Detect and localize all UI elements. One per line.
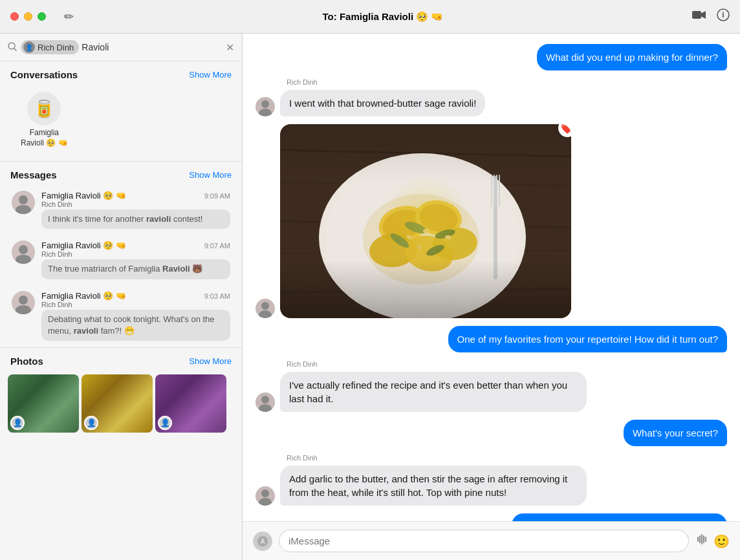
info-button[interactable]: i (717, 8, 730, 25)
photos-title: Photos (10, 356, 43, 367)
svg-point-33 (401, 232, 457, 276)
photo-thumb-2[interactable]: 👤 (82, 374, 153, 433)
message-from-1: Rich Dinh (41, 200, 230, 208)
svg-rect-59 (701, 534, 702, 544)
compose-button[interactable]: ✏ (64, 10, 74, 24)
bubble-group-5: Rich Dinh I've actually refined the reci… (280, 360, 587, 412)
message-row-2: Rich Dinh I went with that browned-butte… (256, 78, 727, 116)
photo-image-3: 👤 (155, 374, 226, 433)
photo-thumb-3[interactable]: 👤 (155, 374, 226, 433)
message-row-3: ❤️ (256, 124, 727, 318)
message-row-1: What did you end up making for dinner? (256, 44, 727, 70)
svg-rect-60 (703, 535, 704, 543)
message-result-2[interactable]: Famiglia Ravioli 🥺 🤜 9:07 AM Rich Dinh T… (4, 235, 238, 284)
photos-section-header: Photos Show More (0, 348, 242, 371)
svg-rect-45 (491, 175, 492, 207)
svg-point-18 (261, 302, 269, 310)
svg-point-15 (261, 100, 269, 108)
maximize-button[interactable] (38, 12, 46, 21)
message-from-2: Rich Dinh (41, 250, 230, 258)
bubble-group-1: What did you end up making for dinner? (537, 44, 727, 70)
message-time-1: 9:09 AM (204, 192, 230, 200)
bubble-group-6: What's your secret? (624, 420, 727, 446)
svg-point-30 (413, 197, 464, 239)
photo-image-2: 👤 (82, 374, 153, 433)
svg-rect-58 (699, 535, 701, 543)
message-preview-1: I think it's time for another ravioli co… (41, 210, 230, 229)
message-row-7: Rich Dinh Add garlic to the butter, and … (256, 454, 727, 506)
svg-point-37 (389, 231, 411, 250)
svg-point-36 (434, 228, 456, 241)
svg-rect-0 (692, 11, 701, 19)
message-content-3: Famiglia Ravioli 🥺 🤜 9:03 AM Rich Dinh D… (41, 291, 230, 341)
app-store-button[interactable]: A (253, 532, 272, 551)
svg-point-34 (430, 224, 479, 263)
search-query: Ravioli (82, 42, 226, 52)
svg-rect-44 (494, 176, 497, 279)
photo-image-1: 👤 (8, 374, 79, 433)
svg-point-27 (325, 158, 519, 316)
svg-line-22 (280, 182, 571, 186)
message-content-1: Famiglia Ravioli 🥺 🤜 9:09 AM Rich Dinh I… (41, 191, 230, 229)
search-tag-name: Rich Dinh (38, 43, 74, 52)
conversations-show-more-button[interactable]: Show More (189, 70, 232, 80)
svg-rect-47 (496, 175, 497, 207)
message-result-1[interactable]: Famiglia Ravioli 🥺 🤜 9:09 AM Rich Dinh I… (4, 186, 238, 234)
message-row-8: Incredible. I have to try making this fo… (256, 513, 727, 521)
svg-point-26 (319, 153, 526, 318)
photo-thumb-1[interactable]: 👤 (8, 374, 79, 433)
search-clear-button[interactable]: ✕ (226, 41, 234, 54)
messages-list: What did you end up making for dinner? R… (243, 34, 740, 521)
svg-text:A: A (261, 538, 265, 545)
bubble-group-4: One of my favorites from your repertoire… (448, 326, 728, 352)
messages-show-more-button[interactable]: Show More (189, 170, 232, 180)
message-row-6: What's your secret? (256, 420, 727, 446)
bubble-8: Incredible. I have to try making this fo… (512, 513, 727, 521)
svg-line-4 (14, 48, 16, 50)
ravioli-image-bubble[interactable]: ❤️ (280, 124, 571, 318)
message-header-1: Famiglia Ravioli 🥺 🤜 9:09 AM (41, 191, 230, 200)
bubble-5: I've actually refined the recipe and it'… (280, 372, 587, 412)
chat-avatar-7 (256, 486, 275, 506)
photo-avatar-1: 👤 (10, 416, 25, 430)
chat-header-actions: i (692, 8, 730, 25)
chat-avatar-3 (256, 299, 275, 318)
svg-line-25 (280, 289, 571, 292)
input-actions: 🙂 (695, 533, 730, 549)
message-result-3[interactable]: Famiglia Ravioli 🥺 🤜 9:03 AM Rich Dinh D… (4, 286, 238, 346)
svg-point-43 (363, 194, 479, 285)
message-group-1: Famiglia Ravioli 🥺 🤜 (41, 191, 126, 200)
photos-grid: 👤 👤 👤 (0, 371, 242, 440)
bubble-group-7: Rich Dinh Add garlic to the butter, and … (280, 454, 587, 506)
search-icon (8, 42, 17, 53)
traffic-lights (10, 12, 46, 21)
minimize-button[interactable] (24, 12, 32, 21)
svg-point-50 (261, 396, 269, 404)
message-input[interactable] (279, 530, 689, 552)
svg-point-32 (368, 232, 419, 269)
svg-rect-48 (499, 175, 500, 207)
audio-button[interactable] (695, 533, 708, 549)
svg-point-28 (375, 200, 431, 248)
svg-line-24 (280, 250, 571, 253)
svg-point-35 (404, 219, 429, 235)
message-group-2: Famiglia Ravioli 🥺 🤜 (41, 241, 126, 250)
emoji-button[interactable]: 🙂 (713, 533, 730, 549)
bubble-1: What did you end up making for dinner? (537, 44, 727, 70)
close-button[interactable] (10, 12, 19, 21)
ravioli-image (280, 124, 571, 318)
conversation-famiglia[interactable]: 🥫 FamigliaRavioli 🥺 🤜 (10, 87, 78, 153)
chat-input-area: A 🙂 (243, 521, 740, 560)
messages-title: Messages (10, 169, 57, 180)
sender-name-5: Rich Dinh (280, 360, 318, 368)
video-call-button[interactable] (692, 10, 706, 23)
svg-point-53 (261, 490, 269, 497)
messages-section-header: Messages Show More (0, 162, 242, 184)
bubble-group-2: Rich Dinh I went with that browned-butte… (280, 78, 485, 116)
svg-point-31 (417, 201, 460, 235)
photos-show-more-button[interactable]: Show More (189, 356, 232, 366)
chat-area: What did you end up making for dinner? R… (243, 34, 740, 560)
message-avatar-1 (12, 191, 35, 214)
conversation-avatar: 🥫 (27, 92, 61, 125)
conversations-title: Conversations (10, 69, 78, 80)
